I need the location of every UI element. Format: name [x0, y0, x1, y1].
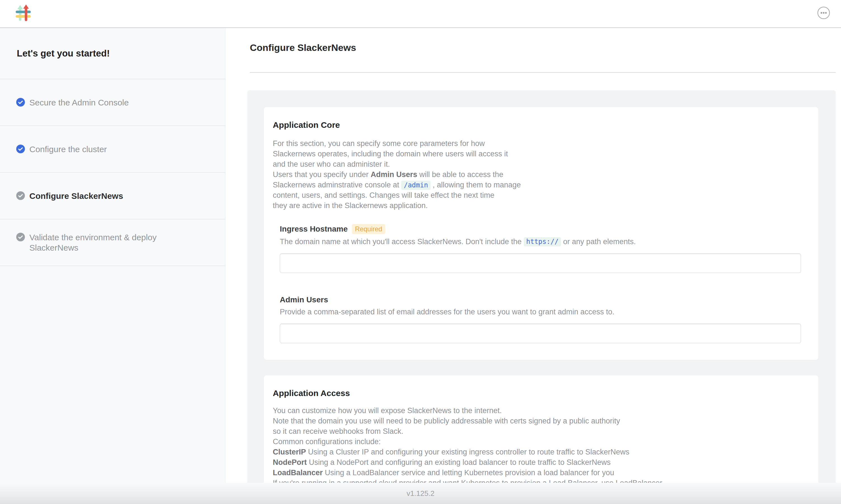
access-line: Note that the domain you use will need t… — [273, 416, 801, 426]
access-line-bold: ClusterIP — [273, 448, 306, 456]
access-line-text: Using a LoadBalancer service and letting… — [323, 468, 614, 477]
admin-users-field-group: Admin Users Provide a comma-separated li… — [280, 295, 801, 343]
sidebar-item-secure-admin-console[interactable]: Secure the Admin Console — [0, 79, 225, 126]
ingress-hostname-field-group: Ingress Hostname Required The domain nam… — [280, 224, 801, 273]
access-line-text: You can customize how you will expose Sl… — [273, 407, 502, 415]
title-divider — [250, 72, 836, 73]
page-title: Configure SlackerNews — [250, 41, 841, 54]
core-paragraph-2a: Users that you specify under — [273, 170, 371, 179]
main-content: Configure SlackerNews Application Core F… — [226, 28, 841, 483]
access-line-text: Common configurations include: — [273, 437, 381, 446]
required-badge: Required — [352, 224, 385, 234]
access-line-text: Using a NodePort and configuring an exis… — [307, 458, 611, 467]
sidebar-item-validate-deploy[interactable]: Validate the environment & deploy Slacke… — [0, 219, 225, 266]
access-line: If you're running in a supported cloud p… — [273, 478, 801, 483]
config-panel: Application Core For this section, you c… — [247, 90, 836, 483]
application-core-card: Application Core For this section, you c… — [264, 107, 818, 360]
top-bar — [0, 0, 841, 28]
sidebar-item-label: Validate the environment & deploy Slacke… — [29, 232, 189, 253]
sidebar-heading: Let's get you started! — [0, 28, 225, 79]
access-line: NodePort Using a NodePort and configurin… — [273, 457, 801, 468]
application-core-description: For this section, you can specify some c… — [273, 139, 801, 211]
ingress-hostname-input[interactable] — [280, 253, 801, 273]
application-core-heading: Application Core — [273, 120, 801, 130]
application-access-heading: Application Access — [273, 388, 801, 398]
admin-users-help: Provide a comma-separated list of email … — [280, 307, 801, 317]
access-line: LoadBalancer Using a LoadBalancer servic… — [273, 468, 801, 478]
sidebar-item-label: Configure SlackerNews — [29, 191, 123, 201]
access-line-text: Using a Cluster IP and configuring your … — [306, 448, 629, 456]
ingress-hostname-help: The domain name at which you'll access S… — [280, 237, 801, 247]
application-access-card: Application Access You can customize how… — [264, 375, 818, 483]
access-line: Common configurations include: — [273, 437, 801, 447]
sidebar-item-label: Secure the Admin Console — [29, 97, 129, 108]
check-circle-icon — [16, 98, 25, 107]
version-label: v1.125.2 — [407, 489, 434, 498]
footer: v1.125.2 — [0, 483, 841, 504]
more-options-button[interactable] — [817, 6, 830, 20]
access-line: ClusterIP Using a Cluster IP and configu… — [273, 447, 801, 457]
admin-users-bold: Admin Users — [371, 170, 417, 179]
admin-users-input[interactable] — [280, 324, 801, 343]
access-line: You can customize how you will expose Sl… — [273, 406, 801, 416]
admin-path-chip: /admin — [401, 181, 431, 190]
check-circle-icon — [16, 145, 25, 153]
access-line-text: If you're running in a supported cloud p… — [273, 479, 664, 483]
ingress-help-b: or any path elements. — [561, 237, 636, 246]
check-circle-icon — [16, 233, 25, 241]
core-paragraph-1: For this section, you can specify some c… — [273, 139, 508, 168]
application-access-description: You can customize how you will expose Sl… — [273, 406, 801, 483]
ingress-hostname-label: Ingress Hostname — [280, 224, 348, 234]
ingress-help-a: The domain name at which you'll access S… — [280, 237, 524, 246]
check-circle-icon — [16, 191, 25, 200]
slackernews-logo-icon — [16, 4, 31, 22]
sidebar-item-label: Configure the cluster — [29, 144, 107, 155]
ellipsis-circle-icon — [817, 16, 830, 20]
access-line-bold: NodePort — [273, 458, 307, 467]
https-chip: https:// — [524, 237, 561, 247]
access-line-bold: LoadBalancer — [273, 468, 323, 477]
access-line: so it can receive webhooks from Slack. — [273, 426, 801, 437]
sidebar-item-configure-cluster[interactable]: Configure the cluster — [0, 126, 225, 173]
setup-steps-sidebar: Let's get you started! Secure the Admin … — [0, 28, 226, 483]
access-line-text: so it can receive webhooks from Slack. — [273, 427, 404, 435]
admin-users-label: Admin Users — [280, 295, 328, 304]
sidebar-item-configure-slackernews[interactable]: Configure SlackerNews — [0, 173, 225, 219]
access-line-text: Note that the domain you use will need t… — [273, 417, 620, 425]
